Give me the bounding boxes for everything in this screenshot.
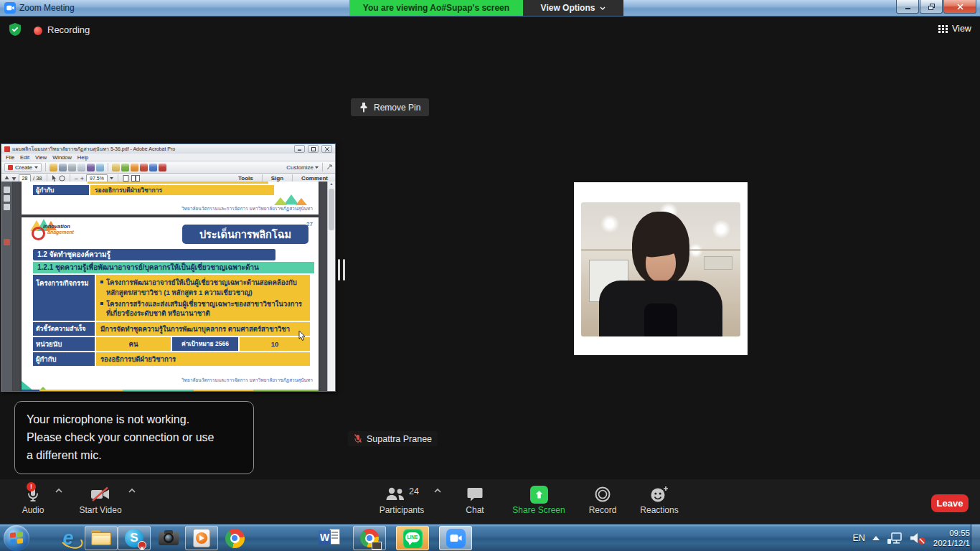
- taskbar-skype[interactable]: S: [118, 526, 151, 550]
- highlight-icon[interactable]: [112, 164, 120, 171]
- acrobat-restore-button[interactable]: [308, 145, 319, 153]
- open-file-icon[interactable]: [50, 164, 57, 171]
- acrobat-close-button[interactable]: [321, 145, 332, 153]
- view-layout-button[interactable]: View: [938, 24, 971, 34]
- taskbar-camera-app[interactable]: [152, 526, 185, 550]
- taskbar-word[interactable]: W: [313, 526, 346, 550]
- email-icon[interactable]: [77, 164, 85, 171]
- taskbar-clock[interactable]: 09:55 2021/12/1: [933, 528, 970, 548]
- thumbnails-panel-icon[interactable]: [4, 187, 10, 193]
- single-page-view-icon[interactable]: [123, 175, 129, 182]
- view-options-button[interactable]: View Options: [523, 0, 623, 16]
- stamp-icon[interactable]: [159, 164, 166, 171]
- zoom-app-icon: [4, 2, 16, 14]
- chevron-down-icon: [34, 166, 38, 169]
- record-button[interactable]: Record: [581, 484, 624, 515]
- person-silhouette: [589, 222, 732, 336]
- zoom-out-icon[interactable]: −: [75, 175, 78, 182]
- audio-options-caret[interactable]: [55, 488, 63, 494]
- volume-muted-tray-icon[interactable]: [910, 532, 926, 545]
- leave-button[interactable]: Leave: [931, 494, 969, 512]
- check-icon[interactable]: [121, 164, 129, 171]
- attachments-panel-icon[interactable]: [4, 204, 10, 210]
- audio-button[interactable]: ! Audio: [10, 484, 56, 515]
- comments-panel-icon[interactable]: [4, 239, 10, 245]
- prev-slide-footer: วิทยาลัยนวัตกรรมและการจัดการ มหาวิทยาลัย…: [182, 205, 313, 212]
- photo-thumbnail-overlay: [372, 542, 382, 550]
- close-button[interactable]: [943, 0, 976, 14]
- scrollbar-thumb[interactable]: [329, 189, 334, 230]
- remove-pin-button[interactable]: Remove Pin: [351, 98, 429, 116]
- share-screen-label: Share Screen: [512, 505, 565, 515]
- pdf-document-area: ผู้กำกับ รองอธิการบดีฝ่ายวิชาการ วิทยาลั…: [13, 182, 327, 391]
- security-shield-icon[interactable]: [9, 22, 22, 37]
- create-button[interactable]: Create: [4, 163, 42, 172]
- participant-video-tile[interactable]: [574, 182, 748, 355]
- bookmarks-panel-icon[interactable]: [4, 195, 10, 202]
- acrobat-main-toolbar: Create Customize: [1, 161, 335, 174]
- tools-tab[interactable]: Tools: [234, 175, 258, 182]
- minimize-button[interactable]: [896, 0, 919, 14]
- taskbar-zoom[interactable]: [439, 526, 472, 550]
- comment-bubble-icon[interactable]: [131, 164, 138, 171]
- attach-icon[interactable]: [140, 164, 148, 171]
- menu-window[interactable]: Window: [52, 154, 72, 161]
- taskbar-internet-explorer[interactable]: e: [52, 526, 85, 550]
- taskbar-chrome-secondary[interactable]: [353, 526, 386, 550]
- person-shirt: [644, 303, 677, 336]
- snapshot-icon[interactable]: [96, 164, 104, 171]
- save-icon[interactable]: [59, 164, 67, 171]
- reactions-button[interactable]: Reactions: [633, 484, 686, 515]
- mic-warning-line: Your microphone is not working.: [27, 411, 242, 429]
- acrobat-minimize-button[interactable]: [294, 145, 305, 153]
- start-button[interactable]: [4, 525, 29, 551]
- video-options-caret[interactable]: [128, 488, 136, 494]
- language-indicator[interactable]: EN: [852, 533, 864, 543]
- chat-button[interactable]: Chat: [455, 484, 495, 515]
- window-titlebar: Zoom Meeting You are viewing Ao#Supap's …: [0, 0, 980, 17]
- acrobat-titlebar: แผนพลิกโฉมมหาวิทยาลัยราชภัฏสวนสุนันทา 5-…: [1, 144, 335, 154]
- customize-label[interactable]: Customize: [286, 164, 314, 171]
- reactions-label: Reactions: [640, 505, 678, 515]
- start-video-button[interactable]: Start Video: [75, 484, 126, 515]
- media-player-icon: [193, 529, 210, 547]
- sign-tab[interactable]: Sign: [267, 175, 288, 182]
- taskbar-media-player[interactable]: [185, 526, 218, 550]
- select-tool-icon[interactable]: [52, 175, 57, 182]
- next-page-icon[interactable]: [11, 176, 17, 181]
- participants-options-caret[interactable]: [433, 488, 442, 494]
- screen-share-banner: You are viewing Ao#Supap's screen: [349, 0, 523, 16]
- sign-pen-icon[interactable]: [87, 164, 95, 171]
- expand-toolbar-icon[interactable]: [326, 164, 332, 170]
- menu-help[interactable]: Help: [77, 154, 88, 161]
- recording-dot-icon: [34, 27, 42, 35]
- logo-text-top: Innovation: [43, 223, 70, 230]
- print-icon[interactable]: [68, 164, 76, 171]
- share-screen-button[interactable]: Share Screen: [503, 484, 575, 515]
- network-tray-icon[interactable]: [887, 532, 903, 545]
- zoom-in-icon[interactable]: +: [80, 175, 84, 182]
- taskbar-file-explorer[interactable]: [85, 526, 118, 550]
- hand-tool-icon[interactable]: [59, 175, 65, 182]
- restore-button[interactable]: [920, 0, 943, 14]
- previous-page-icon[interactable]: [4, 176, 9, 181]
- comment-tab[interactable]: Comment: [297, 175, 332, 182]
- tray-date: 2021/12/1: [933, 538, 970, 548]
- taskbar-chrome[interactable]: [218, 526, 251, 550]
- link-icon[interactable]: [149, 164, 157, 171]
- menu-file[interactable]: File: [6, 154, 14, 161]
- windows-taskbar: e S: [0, 524, 980, 551]
- participants-button[interactable]: 24 Participants: [374, 484, 429, 515]
- tray-time: 09:55: [933, 528, 970, 538]
- director-label: ผู้กำกับ: [33, 352, 95, 366]
- scroll-up-arrow[interactable]: ▲: [328, 182, 335, 187]
- pdf-scrollbar[interactable]: ▲: [327, 182, 335, 391]
- scrolling-view-icon[interactable]: [131, 175, 140, 182]
- menu-edit[interactable]: Edit: [20, 154, 29, 161]
- show-desktop-button[interactable]: [971, 524, 980, 551]
- taskbar-line[interactable]: LINE: [396, 526, 429, 550]
- panel-resize-handle[interactable]: [338, 259, 345, 281]
- menu-view[interactable]: View: [35, 154, 47, 161]
- logo-text-bottom: anagement: [47, 230, 74, 235]
- show-hidden-icons-button[interactable]: [872, 536, 880, 540]
